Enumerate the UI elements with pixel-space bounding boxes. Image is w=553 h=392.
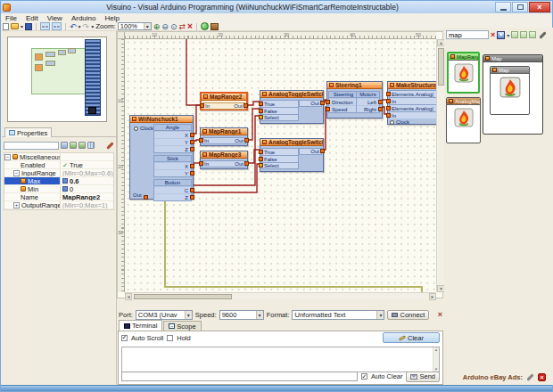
properties-filter-input[interactable] xyxy=(4,142,59,150)
pin-direction[interactable] xyxy=(326,100,330,104)
toggle-left-panel-icon[interactable] xyxy=(40,22,50,30)
port-combo[interactable]: COM3 (Unav xyxy=(136,310,193,320)
block-steering1[interactable]: Steering1 Steering Direction Speed Motor… xyxy=(326,81,383,118)
clear-button[interactable]: Clear xyxy=(383,332,440,343)
pin-stick-y[interactable] xyxy=(190,171,194,176)
menu-file[interactable]: File xyxy=(1,13,21,22)
upload-arduino-icon[interactable] xyxy=(210,23,219,30)
send-input[interactable] xyxy=(121,372,358,381)
open-dropdown-icon[interactable] xyxy=(21,23,23,29)
horizontal-scroll-thumb[interactable] xyxy=(134,294,232,299)
block-analogtoggleswitch2[interactable]: AnalogToggleSwitch2 True False Select Ou… xyxy=(260,138,324,172)
categorize-icon[interactable] xyxy=(87,142,95,149)
design-canvas[interactable]: WiiNunchuck1 Clock Angle X Y Z Stick X Y xyxy=(125,39,436,292)
pin-in[interactable] xyxy=(199,138,203,143)
tab-terminal[interactable]: Terminal xyxy=(119,320,162,331)
scroll-right-icon[interactable]: ► xyxy=(429,293,436,300)
property-row-outputrange[interactable]: OutputRange (Min=0;Max=1) xyxy=(4,201,113,209)
pin-right[interactable] xyxy=(378,107,383,111)
pin-angle-y[interactable] xyxy=(190,140,194,144)
zoom-in-icon[interactable] xyxy=(153,22,161,31)
redo-dropdown-icon[interactable] xyxy=(91,23,94,29)
horizontal-scrollbar[interactable]: ◄ ► xyxy=(125,292,436,299)
save-icon[interactable] xyxy=(25,23,32,30)
pin-out[interactable]: Out xyxy=(133,192,148,198)
pin-out[interactable] xyxy=(244,138,249,143)
speed-combo[interactable]: 9600 xyxy=(219,310,264,320)
pin-false[interactable] xyxy=(259,109,263,113)
component-item-map[interactable]: Map xyxy=(490,66,530,115)
pin-speed[interactable] xyxy=(326,107,330,111)
pin-clock[interactable]: Clock xyxy=(134,126,153,131)
vertical-scrollbar[interactable]: ▲ ▼ xyxy=(436,39,444,292)
pin-elements-analog-1[interactable] xyxy=(386,92,391,96)
block-maprange3[interactable]: MapRange3 InOut xyxy=(200,151,248,169)
pin-false[interactable] xyxy=(259,157,263,161)
toolbox-settings-icon[interactable] xyxy=(540,31,547,38)
project-overview-minimap[interactable] xyxy=(7,37,107,122)
property-row-inputrange[interactable]: InputRange (Min=0;Max=0.6) xyxy=(4,169,113,177)
scroll-left-icon[interactable]: ◄ xyxy=(125,293,132,300)
scroll-up-icon[interactable]: ▲ xyxy=(434,347,438,352)
wrench-icon[interactable] xyxy=(106,142,113,149)
pin-true[interactable] xyxy=(259,150,263,154)
detail-view-icon[interactable] xyxy=(529,31,536,38)
collapse-icon[interactable] xyxy=(4,154,11,160)
format-combo[interactable]: Unformatted Text xyxy=(292,310,384,320)
block-analogtoggleswitch1[interactable]: AnalogToggleSwitch1 True False Select Ou… xyxy=(260,90,324,124)
pin-button-c[interactable] xyxy=(190,188,194,192)
component-item-maprange[interactable]: MapRange xyxy=(447,52,480,94)
pin-in[interactable] xyxy=(200,103,204,108)
pin-stick-x[interactable] xyxy=(190,164,194,168)
close-button[interactable] xyxy=(529,2,550,12)
pin-button-z[interactable] xyxy=(190,195,194,200)
property-category-row[interactable]: Miscellaneous xyxy=(4,153,113,161)
minimize-button[interactable] xyxy=(495,2,511,12)
zoom-out-icon[interactable] xyxy=(161,22,169,31)
pin-select[interactable] xyxy=(259,163,263,167)
vertical-scroll-thumb[interactable] xyxy=(438,48,444,86)
auto-scroll-checkbox[interactable] xyxy=(121,335,128,341)
pin-true[interactable] xyxy=(259,102,263,106)
tab-scope[interactable]: Scope xyxy=(163,321,201,331)
list-view-icon[interactable] xyxy=(520,31,527,38)
connect-button[interactable]: Connect xyxy=(387,310,429,320)
pin-out[interactable] xyxy=(320,149,325,153)
component-item-analogmap[interactable]: AnalogMap xyxy=(446,97,481,143)
delete-icon[interactable] xyxy=(187,21,193,31)
undo-icon[interactable] xyxy=(70,22,77,31)
compile-icon[interactable] xyxy=(201,22,209,30)
block-maprange2[interactable]: MapRange2 InOut xyxy=(200,92,248,110)
pin-out[interactable] xyxy=(244,161,249,166)
value-editor-icon[interactable] xyxy=(62,186,68,192)
refresh-icon[interactable] xyxy=(178,22,186,31)
auto-clear-checkbox[interactable] xyxy=(361,373,367,380)
pin-in[interactable] xyxy=(199,161,203,166)
pin-elements-analog-2[interactable] xyxy=(386,106,391,110)
send-button[interactable]: Send xyxy=(406,372,440,382)
terminal-scrollbar[interactable]: ▲▼ xyxy=(433,347,439,372)
tools-icon[interactable] xyxy=(526,373,533,380)
collapse-icon[interactable] xyxy=(13,170,20,176)
toggle-right-panel-icon[interactable] xyxy=(52,22,62,30)
property-row-enabled[interactable]: Enabled True xyxy=(4,161,113,169)
new-file-icon[interactable] xyxy=(3,23,9,30)
menu-arduino[interactable]: Arduino xyxy=(67,13,101,22)
hold-checkbox[interactable] xyxy=(167,335,173,341)
sort-dropdown-icon[interactable] xyxy=(507,32,509,38)
close-panel-icon[interactable] xyxy=(438,310,442,319)
component-group-map[interactable]: Map Map xyxy=(483,54,543,135)
category-view-icon[interactable] xyxy=(511,31,518,38)
clear-search-icon[interactable] xyxy=(491,30,495,39)
pin-out[interactable] xyxy=(320,101,325,105)
component-search-input[interactable] xyxy=(446,30,489,39)
pin-out[interactable] xyxy=(243,103,248,108)
pin-in-1[interactable] xyxy=(386,99,391,103)
menu-edit[interactable]: Edit xyxy=(21,13,43,22)
terminal-output[interactable]: ▲▼ xyxy=(121,347,440,372)
property-row-name[interactable]: Name MapRange2 xyxy=(4,193,113,201)
pin-left[interactable] xyxy=(378,100,383,104)
property-row-max[interactable]: Max 0.6 xyxy=(4,177,113,185)
value-editor-icon[interactable] xyxy=(62,178,68,184)
expand-all-icon[interactable] xyxy=(70,142,77,149)
